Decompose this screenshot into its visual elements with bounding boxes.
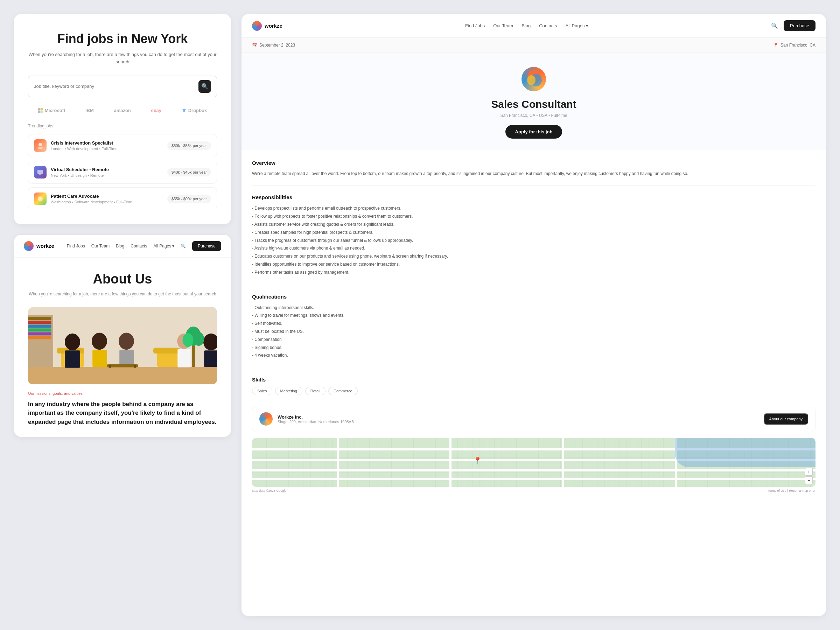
skill-tag[interactable]: Commerce: [328, 387, 358, 395]
detail-nav-logo: workze: [252, 21, 283, 31]
nav-blog[interactable]: Blog: [116, 243, 124, 248]
svg-rect-36: [134, 365, 136, 368]
svg-rect-14: [28, 321, 51, 324]
chevron-down-icon: ▾: [586, 23, 588, 28]
map-pin: 📍: [473, 456, 482, 465]
about-image: [28, 307, 217, 384]
job-detail-panel: workze Find Jobs Our Team Blog Contacts …: [242, 14, 826, 616]
detail-nav-contacts[interactable]: Contacts: [539, 23, 557, 28]
job-item[interactable]: Patient Care Advocate Washington • Softw…: [28, 187, 217, 210]
overview-heading: Overview: [252, 160, 815, 166]
company-card: Workze Inc. Singel 299, Amsterdam Nether…: [252, 406, 815, 432]
overview-section: Overview We're a remote team spread all …: [252, 160, 815, 177]
responsibility-item: - Develops prospect lists and performs e…: [252, 204, 815, 212]
qualifications-list: - Outstanding interpersonal skills.- Wil…: [252, 304, 815, 360]
search-icon-nav[interactable]: 🔍: [181, 243, 186, 248]
svg-marker-5: [182, 110, 186, 112]
map-footer: Map data ©2023 Google Terms of Use | Rep…: [252, 489, 815, 493]
svg-rect-31: [177, 349, 190, 368]
detail-nav-all-pages[interactable]: All Pages ▾: [565, 23, 588, 28]
qualification-item: - Outstanding interpersonal skills.: [252, 304, 815, 312]
svg-point-40: [193, 332, 204, 346]
job-detail-title: Sales Consultant: [252, 98, 815, 110]
map-terms: Terms of Use | Report a map error: [768, 489, 815, 493]
search-bar[interactable]: 🔍: [28, 76, 217, 97]
svg-rect-25: [65, 351, 80, 368]
qualification-item: - Compensation: [252, 336, 815, 344]
chevron-down-icon: ▾: [172, 243, 174, 248]
location-icon: 📍: [773, 43, 778, 47]
divider: [252, 185, 815, 186]
qualification-item: - Signing bonus.: [252, 344, 815, 352]
job-title: Patient Care Advocate: [51, 194, 132, 199]
svg-rect-0: [38, 108, 41, 110]
detail-nav-blog[interactable]: Blog: [521, 23, 531, 28]
map-zoom-in[interactable]: +: [805, 468, 813, 476]
about-title: About Us: [28, 272, 217, 287]
skill-tag[interactable]: Sales: [252, 387, 272, 395]
nav-our-team[interactable]: Our Team: [92, 243, 109, 248]
job-salary: $55k - $00k per year: [167, 194, 211, 203]
search-icon: 🔍: [201, 83, 208, 90]
nav-all-pages[interactable]: All Pages ▾: [154, 243, 175, 248]
detail-purchase-button[interactable]: Purchase: [784, 20, 815, 31]
detail-nav-find-jobs[interactable]: Find Jobs: [465, 23, 485, 28]
logo-ibm: IBM: [85, 108, 94, 113]
svg-rect-3: [41, 111, 43, 113]
svg-rect-13: [28, 317, 51, 320]
map-zoom-out[interactable]: −: [805, 476, 813, 484]
about-company-button[interactable]: About our company: [764, 413, 808, 425]
map-controls[interactable]: + −: [805, 468, 813, 484]
job-item[interactable]: Crisis Intervention Specialist London • …: [28, 134, 217, 157]
responsibility-item: - Assists high-value customers via phone…: [252, 244, 815, 253]
search-panel-title: Find jobs in New York: [28, 32, 217, 46]
svg-rect-34: [107, 364, 138, 368]
search-input[interactable]: [34, 84, 199, 89]
apply-button[interactable]: Apply for this job: [505, 125, 562, 139]
qualification-item: - Must be located in the US.: [252, 328, 815, 336]
svg-point-6: [38, 143, 42, 146]
job-item[interactable]: Virtual Scheduler - Remote New York • UI…: [28, 161, 217, 184]
nav-contacts[interactable]: Contacts: [131, 243, 147, 248]
skills-heading: Skills: [252, 377, 815, 382]
responsibility-item: - Assists customer service with creating…: [252, 221, 815, 229]
svg-rect-15: [28, 324, 51, 328]
detail-header-bar: 📅 September 2, 2023 📍 San Francisco, CA: [242, 38, 826, 53]
nav-logo: workze: [24, 241, 54, 251]
logo-text: workze: [36, 243, 54, 249]
trending-label: Trending jobs: [28, 123, 217, 128]
search-panel-subtitle: When you're searching for a job, there a…: [28, 51, 217, 66]
job-salary: $40k - $45k per year: [167, 168, 211, 177]
divider-2: [252, 285, 815, 285]
detail-nav-our-team[interactable]: Our Team: [493, 23, 513, 28]
map-area: 📍 + −: [252, 438, 815, 487]
nav-find-jobs[interactable]: Find Jobs: [67, 243, 85, 248]
svg-rect-27: [92, 350, 107, 367]
search-button[interactable]: 🔍: [199, 80, 211, 93]
nav-purchase-button[interactable]: Purchase: [192, 241, 221, 251]
svg-rect-33: [204, 351, 217, 367]
skill-tag[interactable]: Retail: [305, 387, 325, 395]
responsibility-item: - Creates spec samples for high potentia…: [252, 229, 815, 237]
detail-body: Overview We're a remote team spread all …: [242, 150, 826, 503]
job-title: Crisis Intervention Specialist: [51, 141, 118, 145]
svg-rect-23: [153, 347, 180, 354]
job-meta: Washington • Software development • Full…: [51, 200, 132, 204]
svg-rect-35: [109, 365, 111, 368]
skill-tag[interactable]: Marketing: [275, 387, 302, 395]
skills-row: SalesMarketingRetailCommerce: [252, 387, 815, 395]
responsibility-item: - Educates customers on our products and…: [252, 253, 815, 261]
detail-search-icon[interactable]: 🔍: [771, 22, 778, 29]
logo-icon: [24, 241, 33, 251]
left-column: Find jobs in New York When you're search…: [14, 14, 231, 616]
overview-text: We're a remote team spread all over the …: [252, 170, 815, 177]
nav-links: Find Jobs Our Team Blog Contacts All Pag…: [67, 241, 221, 251]
svg-rect-19: [28, 367, 217, 384]
logo-ebay: ebay: [151, 108, 161, 113]
job-salary: $50k - $55k per year: [167, 141, 211, 150]
responsibilities-heading: Responsibilities: [252, 194, 815, 200]
svg-point-24: [65, 333, 80, 351]
svg-point-28: [118, 333, 134, 349]
about-subtitle: When you're searching for a job, there a…: [28, 291, 217, 297]
map-copyright: Map data ©2023 Google: [252, 489, 286, 493]
